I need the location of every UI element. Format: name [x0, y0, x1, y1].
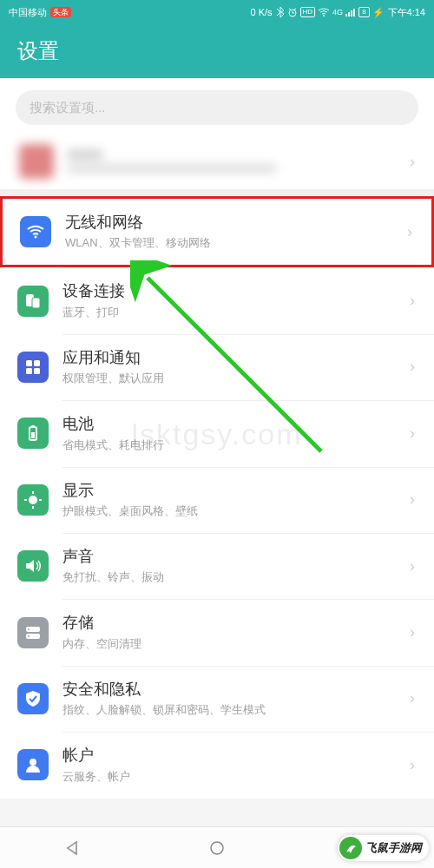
accounts-icon — [17, 749, 49, 780]
svg-point-6 — [35, 236, 37, 239]
chevron-right-icon: › — [410, 623, 415, 641]
chevron-right-icon: › — [407, 223, 412, 241]
svg-point-27 — [211, 842, 223, 854]
svg-rect-3 — [348, 12, 350, 16]
item-subtitle: 蓝牙、打印 — [62, 305, 396, 320]
search-input[interactable]: 搜索设置项... — [16, 90, 418, 125]
svg-rect-10 — [34, 360, 40, 366]
settings-item-security[interactable]: 安全和隐私指纹、人脸解锁、锁屏和密码、学生模式› — [0, 666, 434, 732]
alarm-icon — [287, 7, 298, 17]
item-title: 无线和网络 — [65, 213, 393, 233]
item-title: 声音 — [62, 547, 396, 567]
item-body: 应用和通知权限管理、默认应用 — [62, 348, 396, 386]
chevron-right-icon: › — [410, 557, 415, 575]
carrier-label: 中国移动 — [9, 6, 47, 19]
item-title: 存储 — [62, 613, 396, 633]
settings-list: 无线和网络WLAN、双卡管理、移动网络›设备连接蓝牙、打印›应用和通知权限管理、… — [0, 196, 434, 799]
triangle-back-icon — [63, 839, 81, 857]
status-bar: 中国移动 头条 0 K/s HD 4G 8 ⚡ 下午4:14 — [0, 0, 434, 24]
signal-icon — [345, 8, 356, 16]
settings-item-wireless[interactable]: 无线和网络WLAN、双卡管理、移动网络› — [0, 196, 434, 267]
item-subtitle: 云服务、帐户 — [62, 769, 396, 785]
svg-rect-8 — [32, 298, 40, 308]
item-body: 设备连接蓝牙、打印 — [62, 281, 396, 319]
notif-badge: 头条 — [50, 7, 71, 17]
circle-home-icon — [208, 839, 226, 857]
item-subtitle: 权限管理、默认应用 — [62, 371, 396, 386]
hd-icon: HD — [300, 7, 316, 17]
chevron-right-icon: › — [410, 153, 415, 171]
item-body: 显示护眼模式、桌面风格、壁纸 — [62, 481, 396, 519]
status-icons: HD 4G 8 ⚡ — [276, 7, 385, 18]
bluetooth-icon — [276, 7, 285, 17]
svg-rect-15 — [31, 432, 35, 438]
security-icon — [17, 683, 49, 714]
svg-rect-5 — [353, 9, 355, 16]
svg-point-24 — [28, 635, 30, 637]
svg-rect-9 — [26, 360, 32, 366]
settings-item-display[interactable]: 显示护眼模式、桌面风格、壁纸› — [0, 467, 434, 533]
account-text — [68, 150, 396, 173]
chevron-right-icon: › — [410, 756, 415, 774]
nav-home-button[interactable] — [182, 839, 252, 857]
item-body: 帐户云服务、帐户 — [62, 746, 396, 784]
item-title: 显示 — [62, 481, 396, 501]
search-container: 搜索设置项... — [0, 78, 434, 134]
svg-rect-4 — [351, 10, 352, 16]
avatar — [19, 144, 54, 179]
item-subtitle: 指纹、人脸解锁、锁屏和密码、学生模式 — [62, 702, 396, 718]
svg-point-25 — [30, 759, 36, 766]
charging-icon: ⚡ — [372, 7, 385, 18]
item-subtitle: WLAN、双卡管理、移动网络 — [65, 235, 393, 251]
clock: 下午4:14 — [388, 6, 425, 19]
settings-item-accounts[interactable]: 帐户云服务、帐户› — [0, 732, 434, 798]
sound-icon — [17, 550, 49, 582]
settings-item-apps-notif[interactable]: 应用和通知权限管理、默认应用› — [0, 334, 434, 400]
search-placeholder: 搜索设置项... — [30, 100, 106, 116]
svg-point-1 — [323, 15, 325, 16]
svg-point-23 — [28, 628, 30, 630]
item-title: 应用和通知 — [62, 348, 396, 368]
item-body: 无线和网络WLAN、双卡管理、移动网络 — [65, 213, 393, 251]
watermark-logo-icon — [339, 837, 362, 859]
item-subtitle: 内存、空间清理 — [62, 636, 396, 652]
chevron-right-icon: › — [410, 358, 415, 376]
item-subtitle: 免打扰、铃声、振动 — [62, 569, 396, 585]
chevron-right-icon: › — [410, 689, 415, 707]
svg-point-16 — [29, 496, 37, 504]
chevron-right-icon: › — [410, 490, 415, 509]
svg-rect-2 — [345, 14, 347, 16]
net-type: 4G — [332, 8, 343, 16]
storage-icon — [17, 617, 49, 648]
item-body: 存储内存、空间清理 — [62, 613, 396, 651]
settings-item-battery[interactable]: 电池省电模式、耗电排行› — [0, 400, 434, 466]
watermark-badge: 飞鼠手游网 — [338, 835, 429, 861]
item-title: 设备连接 — [62, 281, 396, 301]
item-title: 帐户 — [62, 746, 396, 766]
display-icon — [17, 484, 49, 516]
device-conn-icon — [17, 286, 49, 317]
watermark-text: 飞鼠手游网 — [365, 840, 422, 856]
item-body: 电池省电模式、耗电排行 — [62, 414, 396, 452]
wireless-icon — [20, 216, 51, 247]
nav-back-button[interactable] — [37, 839, 107, 857]
settings-item-sound[interactable]: 声音免打扰、铃声、振动› — [0, 533, 434, 599]
item-body: 声音免打扰、铃声、振动 — [62, 547, 396, 585]
net-speed: 0 K/s — [250, 7, 272, 17]
app-header: 设置 — [0, 24, 434, 78]
item-subtitle: 护眼模式、桌面风格、壁纸 — [62, 503, 396, 519]
battery-icon — [17, 418, 49, 449]
svg-rect-14 — [31, 425, 35, 427]
item-body: 安全和隐私指纹、人脸解锁、锁屏和密码、学生模式 — [62, 680, 396, 718]
wifi-icon — [318, 8, 330, 16]
item-title: 安全和隐私 — [62, 680, 396, 700]
item-subtitle: 省电模式、耗电排行 — [62, 437, 396, 453]
battery-icon: 8 — [358, 7, 369, 17]
apps-notif-icon — [17, 352, 49, 383]
chevron-right-icon: › — [410, 424, 415, 443]
page-title: 设置 — [17, 37, 59, 65]
settings-item-device-conn[interactable]: 设备连接蓝牙、打印› — [0, 267, 434, 333]
account-row[interactable]: › — [0, 134, 434, 196]
settings-item-storage[interactable]: 存储内存、空间清理› — [0, 599, 434, 665]
svg-rect-11 — [26, 368, 32, 374]
